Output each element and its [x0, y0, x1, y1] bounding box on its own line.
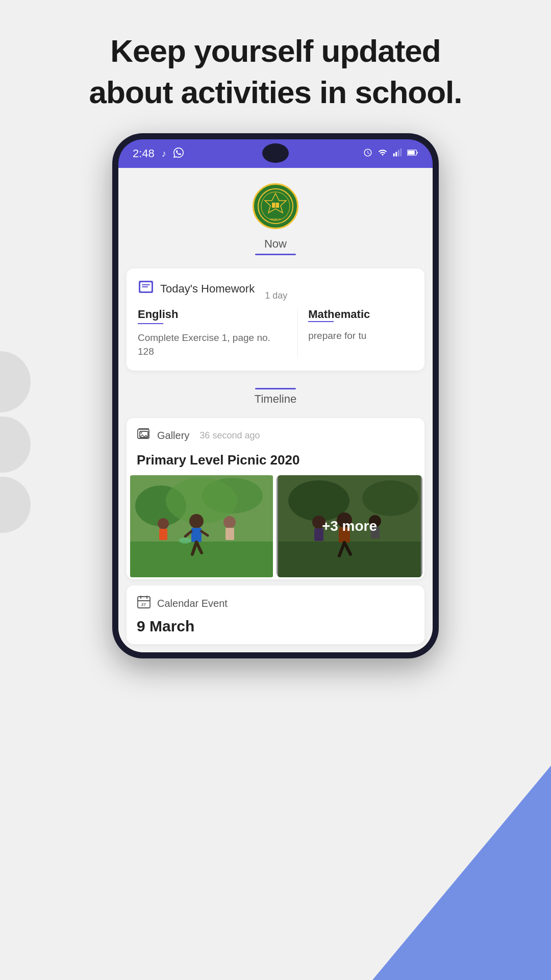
gallery-card-header: Gallery 36 second ago — [127, 418, 424, 449]
gallery-title: Primary Level Picnic 2020 — [127, 449, 424, 475]
hw-desc-english: Complete Exercise 1, page no. 128 — [138, 331, 287, 358]
svg-point-18 — [141, 432, 142, 434]
tab-now-underline — [255, 254, 296, 255]
svg-rect-5 — [408, 151, 415, 155]
gallery-image-1[interactable] — [129, 475, 274, 577]
phone-wrapper: 2:48 ♪ — [0, 133, 551, 658]
timeline-label: Timeline — [255, 393, 296, 406]
music-note-icon: ♪ — [162, 149, 166, 159]
gallery-images: +3 more — [127, 475, 424, 579]
tab-now[interactable]: Now — [255, 237, 296, 259]
wifi-icon — [378, 148, 388, 160]
svg-rect-14 — [142, 284, 150, 285]
svg-rect-2 — [398, 150, 399, 156]
calendar-event-date: 9 March — [137, 618, 414, 635]
alarm-icon — [363, 148, 372, 160]
more-images-overlay[interactable]: +3 more — [277, 475, 422, 577]
signal-strength-icon — [393, 148, 402, 160]
app-header: PAHARI-20 Now — [118, 168, 433, 259]
svg-rect-24 — [130, 542, 273, 577]
calendar-card-header: 27 Calendar Event — [137, 595, 414, 612]
svg-point-33 — [223, 516, 236, 528]
battery-icon — [407, 149, 418, 159]
camera-notch — [262, 143, 289, 163]
hw-english-underline — [138, 323, 163, 324]
phone-frame: 2:48 ♪ — [112, 133, 439, 658]
hw-col-english: English 1 day Complete Exercise 1, page … — [138, 308, 297, 358]
svg-text:27: 27 — [141, 602, 146, 607]
school-logo-inner: PAHARI-20 — [256, 187, 295, 226]
hw-days-english: 1 day — [265, 290, 287, 301]
phone-screen: PAHARI-20 Now — [118, 168, 433, 652]
hw-subject-math: Mathematic — [308, 308, 370, 321]
homework-card-title: Today's Homework — [160, 282, 255, 296]
status-bar: 2:48 ♪ — [118, 139, 433, 168]
hw-desc-math: prepare for tu — [308, 329, 413, 343]
gallery-image-2[interactable]: +3 more — [277, 475, 422, 577]
svg-point-35 — [179, 537, 191, 544]
svg-rect-34 — [226, 528, 234, 540]
gallery-time-ago: 36 second ago — [199, 430, 260, 441]
svg-rect-0 — [393, 153, 395, 156]
svg-rect-26 — [191, 528, 202, 542]
header-line2: about activities in school. — [89, 75, 462, 110]
svg-rect-15 — [142, 286, 148, 287]
homework-icon — [138, 280, 154, 298]
status-time: 2:48 — [133, 147, 155, 160]
timeline-section: Timeline — [118, 380, 433, 410]
svg-rect-1 — [395, 152, 397, 156]
page-header: Keep yourself updated about activities i… — [0, 0, 551, 133]
whatsapp-icon — [173, 148, 184, 160]
gallery-type-label: Gallery — [157, 430, 189, 442]
timeline-underline — [255, 388, 296, 389]
status-icons-left: 2:48 ♪ — [133, 147, 184, 160]
more-count-label: +3 more — [322, 518, 377, 534]
hw-math-underline — [308, 321, 334, 322]
homework-columns: English 1 day Complete Exercise 1, page … — [138, 308, 413, 358]
svg-point-25 — [189, 514, 204, 528]
homework-card: Today's Homework English 1 day Complete … — [127, 268, 424, 371]
hw-col-math: Mathematic prepare for tu — [297, 308, 413, 358]
svg-rect-3 — [400, 148, 402, 156]
tab-now-label: Now — [264, 237, 287, 251]
school-logo: PAHARI-20 — [253, 183, 298, 229]
svg-point-31 — [158, 518, 169, 529]
bg-triangle-decoration — [372, 766, 551, 980]
status-icons-right — [363, 148, 418, 160]
gallery-icon — [137, 427, 151, 444]
svg-text:PAHARI-20: PAHARI-20 — [270, 218, 282, 220]
calendar-event-card[interactable]: 27 Calendar Event 9 March — [127, 585, 424, 644]
svg-rect-32 — [159, 529, 167, 540]
calendar-icon: 27 — [137, 595, 151, 612]
svg-rect-19 — [139, 428, 149, 429]
hw-subject-english: English — [138, 308, 178, 321]
gallery-timeline-card[interactable]: Gallery 36 second ago Primary Level Picn… — [127, 418, 424, 579]
calendar-event-type: Calendar Event — [157, 598, 228, 609]
header-line1: Keep yourself updated — [110, 33, 440, 68]
